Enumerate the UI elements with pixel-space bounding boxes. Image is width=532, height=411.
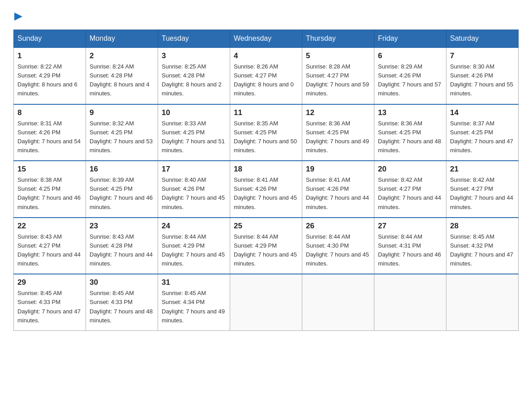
day-cell-18: 18Sunrise: 8:41 AMSunset: 4:26 PMDayligh…	[230, 161, 302, 218]
day-number: 1	[17, 51, 82, 60]
day-info: Sunrise: 8:43 AMSunset: 4:27 PMDaylight:…	[17, 232, 82, 269]
day-cell-23: 23Sunrise: 8:43 AMSunset: 4:28 PMDayligh…	[86, 218, 158, 274]
week-row-4: 22Sunrise: 8:43 AMSunset: 4:27 PMDayligh…	[14, 218, 519, 274]
day-number: 10	[162, 108, 226, 117]
day-info: Sunrise: 8:33 AMSunset: 4:25 PMDaylight:…	[162, 119, 226, 155]
page-header	[13, 9, 519, 21]
day-info: Sunrise: 8:24 AMSunset: 4:28 PMDaylight:…	[90, 62, 154, 98]
day-number: 31	[162, 278, 226, 287]
day-cell-30: 30Sunrise: 8:45 AMSunset: 4:33 PMDayligh…	[86, 274, 158, 330]
day-info: Sunrise: 8:36 AMSunset: 4:25 PMDaylight:…	[378, 119, 442, 155]
day-number: 29	[17, 278, 82, 287]
day-cell-22: 22Sunrise: 8:43 AMSunset: 4:27 PMDayligh…	[14, 218, 86, 274]
calendar-table: SundayMondayTuesdayWednesdayThursdayFrid…	[13, 30, 519, 331]
day-number: 20	[378, 165, 442, 174]
day-cell-24: 24Sunrise: 8:44 AMSunset: 4:29 PMDayligh…	[158, 218, 230, 274]
day-cell-17: 17Sunrise: 8:40 AMSunset: 4:26 PMDayligh…	[158, 161, 230, 218]
day-number: 30	[90, 278, 154, 287]
day-number: 25	[234, 222, 298, 231]
day-number: 8	[17, 108, 82, 117]
day-number: 28	[450, 222, 515, 231]
day-cell-28: 28Sunrise: 8:45 AMSunset: 4:32 PMDayligh…	[446, 218, 519, 274]
day-cell-15: 15Sunrise: 8:38 AMSunset: 4:25 PMDayligh…	[14, 161, 86, 218]
week-row-3: 15Sunrise: 8:38 AMSunset: 4:25 PMDayligh…	[14, 161, 519, 218]
day-number: 21	[450, 165, 515, 174]
day-number: 13	[378, 108, 442, 117]
day-number: 17	[162, 165, 226, 174]
day-info: Sunrise: 8:22 AMSunset: 4:29 PMDaylight:…	[17, 62, 82, 98]
svg-marker-0	[14, 13, 22, 21]
day-number: 9	[90, 108, 154, 117]
day-cell-12: 12Sunrise: 8:36 AMSunset: 4:25 PMDayligh…	[302, 104, 374, 161]
day-cell-11: 11Sunrise: 8:35 AMSunset: 4:25 PMDayligh…	[230, 104, 302, 161]
day-cell-3: 3Sunrise: 8:25 AMSunset: 4:28 PMDaylight…	[158, 47, 230, 104]
empty-cell	[230, 274, 302, 330]
day-info: Sunrise: 8:41 AMSunset: 4:26 PMDaylight:…	[234, 176, 298, 212]
week-row-5: 29Sunrise: 8:45 AMSunset: 4:33 PMDayligh…	[14, 274, 519, 330]
day-cell-4: 4Sunrise: 8:26 AMSunset: 4:27 PMDaylight…	[230, 47, 302, 104]
day-info: Sunrise: 8:42 AMSunset: 4:27 PMDaylight:…	[378, 176, 442, 212]
day-info: Sunrise: 8:37 AMSunset: 4:25 PMDaylight:…	[450, 119, 515, 155]
day-info: Sunrise: 8:44 AMSunset: 4:29 PMDaylight:…	[162, 232, 226, 269]
day-info: Sunrise: 8:28 AMSunset: 4:27 PMDaylight:…	[306, 62, 370, 98]
day-number: 16	[90, 165, 154, 174]
days-of-week-row: SundayMondayTuesdayWednesdayThursdayFrid…	[14, 30, 519, 48]
day-cell-14: 14Sunrise: 8:37 AMSunset: 4:25 PMDayligh…	[446, 104, 519, 161]
day-info: Sunrise: 8:25 AMSunset: 4:28 PMDaylight:…	[162, 62, 226, 98]
day-info: Sunrise: 8:44 AMSunset: 4:31 PMDaylight:…	[378, 232, 442, 269]
day-number: 3	[162, 51, 226, 60]
header-friday: Friday	[374, 30, 446, 48]
calendar-body: 1Sunrise: 8:22 AMSunset: 4:29 PMDaylight…	[14, 47, 519, 330]
day-cell-10: 10Sunrise: 8:33 AMSunset: 4:25 PMDayligh…	[158, 104, 230, 161]
day-info: Sunrise: 8:32 AMSunset: 4:25 PMDaylight:…	[90, 119, 154, 155]
empty-cell	[374, 274, 446, 330]
day-number: 19	[306, 165, 370, 174]
day-info: Sunrise: 8:26 AMSunset: 4:27 PMDaylight:…	[234, 62, 298, 98]
day-cell-16: 16Sunrise: 8:39 AMSunset: 4:25 PMDayligh…	[86, 161, 158, 218]
day-cell-5: 5Sunrise: 8:28 AMSunset: 4:27 PMDaylight…	[302, 47, 374, 104]
day-cell-31: 31Sunrise: 8:45 AMSunset: 4:34 PMDayligh…	[158, 274, 230, 330]
day-cell-27: 27Sunrise: 8:44 AMSunset: 4:31 PMDayligh…	[374, 218, 446, 274]
day-number: 23	[90, 222, 154, 231]
day-number: 2	[90, 51, 154, 60]
day-info: Sunrise: 8:45 AMSunset: 4:33 PMDaylight:…	[17, 289, 82, 325]
day-number: 4	[234, 51, 298, 60]
day-info: Sunrise: 8:36 AMSunset: 4:25 PMDaylight:…	[306, 119, 370, 155]
day-info: Sunrise: 8:31 AMSunset: 4:26 PMDaylight:…	[17, 119, 82, 155]
day-number: 7	[450, 51, 515, 60]
day-cell-13: 13Sunrise: 8:36 AMSunset: 4:25 PMDayligh…	[374, 104, 446, 161]
logo	[13, 12, 22, 21]
day-number: 14	[450, 108, 515, 117]
header-thursday: Thursday	[302, 30, 374, 48]
calendar-header: SundayMondayTuesdayWednesdayThursdayFrid…	[14, 30, 519, 48]
week-row-1: 1Sunrise: 8:22 AMSunset: 4:29 PMDaylight…	[14, 47, 519, 104]
day-cell-8: 8Sunrise: 8:31 AMSunset: 4:26 PMDaylight…	[14, 104, 86, 161]
day-cell-9: 9Sunrise: 8:32 AMSunset: 4:25 PMDaylight…	[86, 104, 158, 161]
header-sunday: Sunday	[14, 30, 86, 48]
day-number: 6	[378, 51, 442, 60]
day-cell-26: 26Sunrise: 8:44 AMSunset: 4:30 PMDayligh…	[302, 218, 374, 274]
day-cell-1: 1Sunrise: 8:22 AMSunset: 4:29 PMDaylight…	[14, 47, 86, 104]
header-saturday: Saturday	[446, 30, 519, 48]
day-info: Sunrise: 8:44 AMSunset: 4:30 PMDaylight:…	[306, 232, 370, 269]
day-info: Sunrise: 8:38 AMSunset: 4:25 PMDaylight:…	[17, 176, 82, 212]
day-info: Sunrise: 8:45 AMSunset: 4:33 PMDaylight:…	[90, 289, 154, 325]
day-info: Sunrise: 8:45 AMSunset: 4:34 PMDaylight:…	[162, 289, 226, 325]
empty-cell	[302, 274, 374, 330]
day-number: 15	[17, 165, 82, 174]
day-info: Sunrise: 8:39 AMSunset: 4:25 PMDaylight:…	[90, 176, 154, 212]
header-tuesday: Tuesday	[158, 30, 230, 48]
day-info: Sunrise: 8:41 AMSunset: 4:26 PMDaylight:…	[306, 176, 370, 212]
day-number: 11	[234, 108, 298, 117]
day-cell-25: 25Sunrise: 8:44 AMSunset: 4:29 PMDayligh…	[230, 218, 302, 274]
day-cell-21: 21Sunrise: 8:42 AMSunset: 4:27 PMDayligh…	[446, 161, 519, 218]
day-number: 22	[17, 222, 82, 231]
day-number: 18	[234, 165, 298, 174]
day-cell-19: 19Sunrise: 8:41 AMSunset: 4:26 PMDayligh…	[302, 161, 374, 218]
day-info: Sunrise: 8:35 AMSunset: 4:25 PMDaylight:…	[234, 119, 298, 155]
day-cell-29: 29Sunrise: 8:45 AMSunset: 4:33 PMDayligh…	[14, 274, 86, 330]
week-row-2: 8Sunrise: 8:31 AMSunset: 4:26 PMDaylight…	[14, 104, 519, 161]
day-cell-6: 6Sunrise: 8:29 AMSunset: 4:26 PMDaylight…	[374, 47, 446, 104]
header-wednesday: Wednesday	[230, 30, 302, 48]
day-number: 5	[306, 51, 370, 60]
